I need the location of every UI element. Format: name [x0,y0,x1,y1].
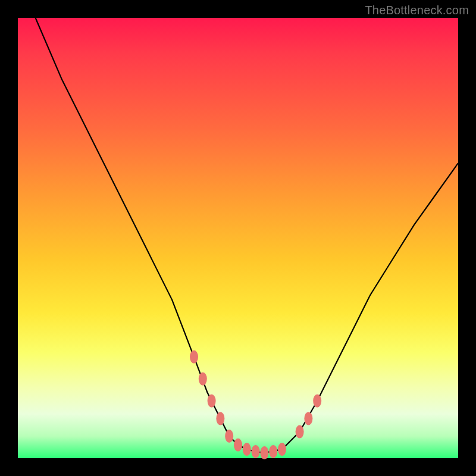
marker-dot [296,425,304,439]
marker-dot [190,350,198,364]
marker-dot [208,394,216,408]
marker-dot [260,446,268,459]
watermark-text: TheBottleneck.com [365,4,469,17]
marker-dot [216,412,224,425]
curve-layer [18,18,458,458]
marker-dot [234,439,242,452]
marker-dot [199,372,207,386]
marker-dot [278,443,286,456]
marker-dot [269,445,277,458]
bottleneck-curve [36,18,458,453]
marker-dot [225,430,233,443]
chart-frame: TheBottleneck.com [0,0,476,476]
marker-dot [304,412,312,425]
gradient-plot-area [18,18,458,458]
marker-dot [243,443,251,456]
marker-dot [252,445,260,458]
marker-dot [313,394,321,408]
highlight-markers [190,350,321,459]
